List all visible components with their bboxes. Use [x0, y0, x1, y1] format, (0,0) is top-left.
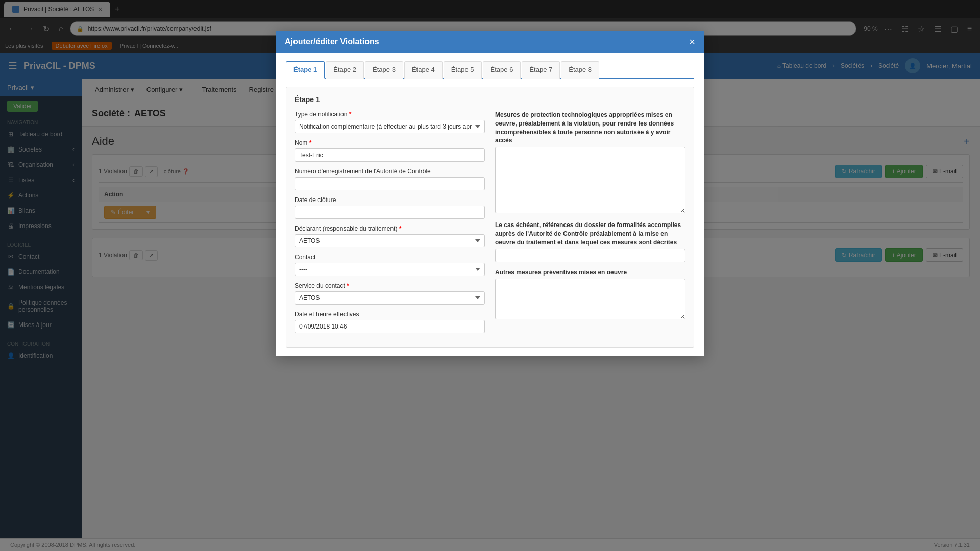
modal-title: Ajouter/éditer Violations: [285, 37, 379, 46]
form-group-numero: Numéro d'enregistrement de l'Autorité de…: [295, 168, 485, 190]
modal-overlay: Ajouter/éditer Violations × Étape 1 Étap…: [0, 0, 980, 551]
label-declarant: Déclarant (responsable du traitement) *: [295, 225, 485, 232]
form-group-service-contact: Service du contact * AETOS: [295, 282, 485, 305]
form-left-column: Type de notification * Notification comp…: [295, 111, 485, 339]
required-star-type: *: [349, 111, 352, 118]
tab-etape2[interactable]: Étape 2: [326, 61, 364, 79]
input-date-cloture[interactable]: [295, 206, 485, 219]
required-star-declarant: *: [399, 225, 402, 232]
label-nom: Nom *: [295, 139, 485, 146]
tab-etape6[interactable]: Étape 6: [483, 61, 521, 79]
tab-etape3[interactable]: Étape 3: [365, 61, 403, 79]
required-star-nom: *: [309, 139, 312, 146]
form-group-nom: Nom *: [295, 139, 485, 162]
label-mesures-protection: Mesures de protection technologiques app…: [495, 111, 685, 145]
input-references-dossier[interactable]: [495, 249, 685, 262]
tab-etape8[interactable]: Étape 8: [561, 61, 599, 79]
tab-etape7[interactable]: Étape 7: [522, 61, 560, 79]
select-service-contact[interactable]: AETOS: [295, 291, 485, 305]
form-group-date-cloture: Date de clôture: [295, 196, 485, 219]
label-service-contact: Service du contact *: [295, 282, 485, 289]
form-group-declarant: Déclarant (responsable du traitement) * …: [295, 225, 485, 247]
select-declarant[interactable]: AETOS: [295, 234, 485, 247]
form-group-mesures-protection: Mesures de protection technologiques app…: [495, 111, 685, 215]
label-date-heure: Date et heure effectives: [295, 311, 485, 318]
label-references-dossier: Le cas échéant, références du dossier de…: [495, 221, 685, 246]
label-contact: Contact: [295, 254, 485, 261]
required-star-service: *: [347, 282, 349, 289]
form-group-date-heure: Date et heure effectives: [295, 311, 485, 333]
tab-etape1[interactable]: Étape 1: [286, 61, 325, 79]
input-date-heure[interactable]: [295, 320, 485, 333]
form-layout: Type de notification * Notification comp…: [295, 111, 685, 339]
etape1-title: Étape 1: [295, 95, 685, 104]
select-type-notification[interactable]: Notification complémentaire (à effectuer…: [295, 120, 485, 133]
etape1-section: Étape 1 Type de notification * Notificat…: [286, 87, 694, 348]
form-group-references-dossier: Le cas échéant, références du dossier de…: [495, 221, 685, 262]
textarea-mesures-protection[interactable]: [495, 147, 685, 213]
form-group-autres-mesures: Autres mesures préventives mises en oeuv…: [495, 268, 685, 321]
form-right-column: Mesures de protection technologiques app…: [495, 111, 685, 339]
select-contact[interactable]: ----: [295, 263, 485, 276]
modal-close-button[interactable]: ×: [689, 37, 695, 47]
input-numero-enregistrement[interactable]: [295, 177, 485, 190]
modal-tabs: Étape 1 Étape 2 Étape 3 Étape 4 Étape 5 …: [286, 61, 694, 79]
form-group-type-notification: Type de notification * Notification comp…: [295, 111, 485, 133]
modal-body: Étape 1 Étape 2 Étape 3 Étape 4 Étape 5 …: [276, 53, 704, 356]
label-type-notification: Type de notification *: [295, 111, 485, 118]
label-autres-mesures: Autres mesures préventives mises en oeuv…: [495, 268, 685, 277]
form-group-contact: Contact ----: [295, 254, 485, 276]
textarea-autres-mesures[interactable]: [495, 279, 685, 319]
tab-etape5[interactable]: Étape 5: [444, 61, 482, 79]
label-numero-enregistrement: Numéro d'enregistrement de l'Autorité de…: [295, 168, 485, 175]
label-date-cloture: Date de clôture: [295, 196, 485, 204]
modal-header: Ajouter/éditer Violations ×: [276, 31, 704, 53]
input-nom[interactable]: [295, 148, 485, 162]
tab-etape4[interactable]: Étape 4: [404, 61, 443, 79]
modal-dialog: Ajouter/éditer Violations × Étape 1 Étap…: [276, 31, 704, 356]
